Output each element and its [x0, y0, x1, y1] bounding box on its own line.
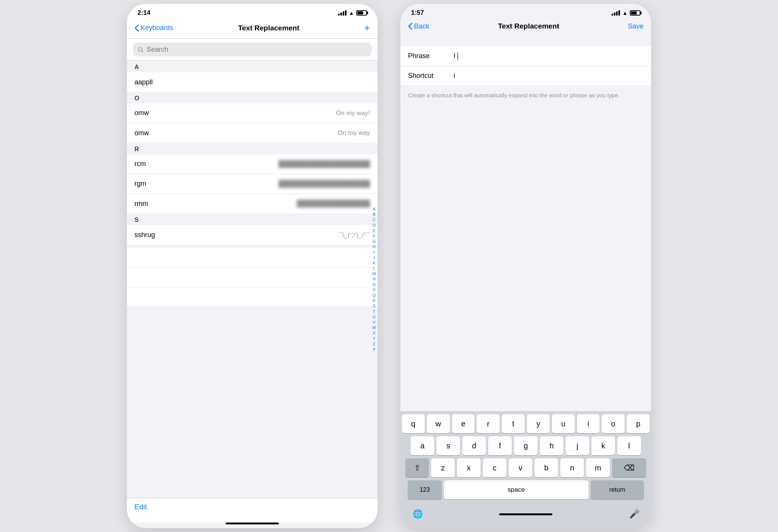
search-container [127, 39, 378, 61]
alpha-g[interactable]: G [373, 239, 376, 244]
delete-key[interactable]: ⌫ [612, 458, 646, 477]
key-z[interactable]: z [431, 458, 455, 477]
key-h[interactable]: h [540, 436, 563, 455]
empty-row [127, 268, 378, 287]
shortcut-rcm: rcm [134, 160, 146, 168]
key-a[interactable]: a [411, 436, 434, 455]
alpha-q[interactable]: Q [373, 293, 376, 298]
alpha-p[interactable]: P [373, 288, 375, 293]
phrase-rmm-blurred: ████████████████ [297, 200, 370, 207]
left-bottom-bar: Edit [127, 498, 378, 522]
right-back-button[interactable]: Back [408, 22, 429, 30]
right-phone: 1:57 ▲ Back Text Replacement Save [400, 4, 651, 528]
key-c[interactable]: c [483, 458, 506, 477]
list-item[interactable]: rgm ████████████████████ [127, 174, 378, 194]
space-key[interactable]: space [444, 480, 588, 499]
section-a: aappll [127, 72, 378, 92]
left-status-icons: ▲ [338, 10, 367, 16]
key-b[interactable]: b [534, 458, 558, 477]
section-header-r: R [127, 143, 378, 154]
key-y[interactable]: y [527, 414, 550, 433]
key-d[interactable]: d [462, 436, 486, 455]
key-i[interactable]: i [577, 414, 600, 433]
alpha-m[interactable]: M [372, 271, 376, 276]
key-t[interactable]: t [502, 414, 525, 433]
alpha-w[interactable]: W [372, 325, 376, 330]
list-item[interactable]: rcm ████████████████████ [127, 154, 378, 174]
list-item[interactable]: sshrug ¯\_(ツ)_/°¯ [127, 225, 378, 245]
alpha-t[interactable]: T [373, 309, 375, 314]
key-k[interactable]: k [591, 436, 615, 455]
key-g[interactable]: g [514, 436, 538, 455]
alpha-k[interactable]: K [373, 261, 375, 266]
key-w[interactable]: w [427, 414, 450, 433]
alpha-d[interactable]: D [373, 223, 376, 228]
phrase-rgm-blurred: ████████████████████ [278, 180, 370, 188]
right-status-time: 1:57 [411, 9, 424, 17]
key-m[interactable]: m [586, 458, 610, 477]
alpha-u[interactable]: U [373, 315, 376, 320]
alpha-v[interactable]: V [373, 320, 375, 325]
key-n[interactable]: n [560, 458, 584, 477]
phrase-label: Phrase [408, 52, 454, 60]
key-e[interactable]: e [452, 414, 475, 433]
alpha-j[interactable]: J [373, 255, 375, 260]
key-f[interactable]: f [488, 436, 512, 455]
alpha-o[interactable]: O [373, 282, 376, 287]
alpha-l[interactable]: L [373, 266, 375, 271]
alpha-c[interactable]: C [373, 217, 376, 222]
phrase-row[interactable]: Phrase I [400, 46, 651, 66]
section-o: omw On my way! omw On my way [127, 103, 378, 143]
globe-key[interactable]: 🌐 [408, 505, 427, 523]
search-input[interactable] [147, 46, 367, 54]
alpha-f[interactable]: F [373, 234, 375, 239]
alpha-e[interactable]: E [373, 228, 375, 233]
alpha-hash[interactable]: # [373, 347, 375, 352]
alpha-a[interactable]: A [373, 207, 375, 212]
left-back-button[interactable]: Keyboards [134, 24, 173, 32]
alpha-z[interactable]: Z [373, 342, 375, 347]
key-q[interactable]: q [402, 414, 425, 433]
add-replacement-button[interactable]: + [364, 22, 370, 34]
key-s[interactable]: s [436, 436, 460, 455]
signal-icon [338, 10, 346, 16]
key-x[interactable]: x [457, 458, 481, 477]
alpha-y[interactable]: Y [373, 336, 375, 341]
key-v[interactable]: v [509, 458, 532, 477]
key-p[interactable]: p [627, 414, 650, 433]
return-key[interactable]: return [591, 480, 644, 499]
section-s: sshrug ¯\_(ツ)_/°¯ [127, 225, 378, 245]
signal-icon [612, 10, 620, 16]
section-header-o: O [127, 92, 378, 103]
alpha-r[interactable]: R [373, 298, 376, 303]
shortcut-omw2: omw [134, 129, 149, 137]
right-nav-bar: Back Text Replacement Save [400, 19, 651, 35]
list-item[interactable]: aappll [127, 72, 378, 92]
alpha-n[interactable]: N [373, 277, 376, 282]
save-button[interactable]: Save [628, 22, 644, 30]
shortcut-omw1: omw [134, 109, 149, 117]
shift-key[interactable]: ⇧ [405, 458, 429, 477]
key-o[interactable]: o [602, 414, 625, 433]
key-u[interactable]: u [552, 414, 575, 433]
alpha-i[interactable]: I [373, 250, 375, 255]
alpha-s[interactable]: S [373, 304, 375, 309]
edit-button[interactable]: Edit [134, 503, 147, 511]
microphone-key[interactable]: 🎤 [625, 505, 644, 523]
battery-icon [630, 10, 640, 16]
key-j[interactable]: j [566, 436, 589, 455]
search-bar[interactable] [133, 43, 372, 57]
list-item[interactable]: omw On my way [127, 123, 378, 143]
list-item[interactable]: rmm ████████████████ [127, 194, 378, 214]
section-header-s: S [127, 214, 378, 225]
list-item[interactable]: omw On my way! [127, 103, 378, 123]
numbers-key[interactable]: 123 [408, 480, 442, 499]
shortcut-value: i [454, 72, 644, 80]
alpha-h[interactable]: H [373, 244, 376, 249]
shortcut-row[interactable]: Shortcut i [400, 66, 651, 86]
alpha-b[interactable]: B [373, 212, 375, 217]
key-r[interactable]: r [477, 414, 500, 433]
left-status-time: 2:14 [138, 9, 150, 17]
alpha-x[interactable]: X [373, 331, 375, 336]
key-l[interactable]: l [617, 436, 641, 455]
